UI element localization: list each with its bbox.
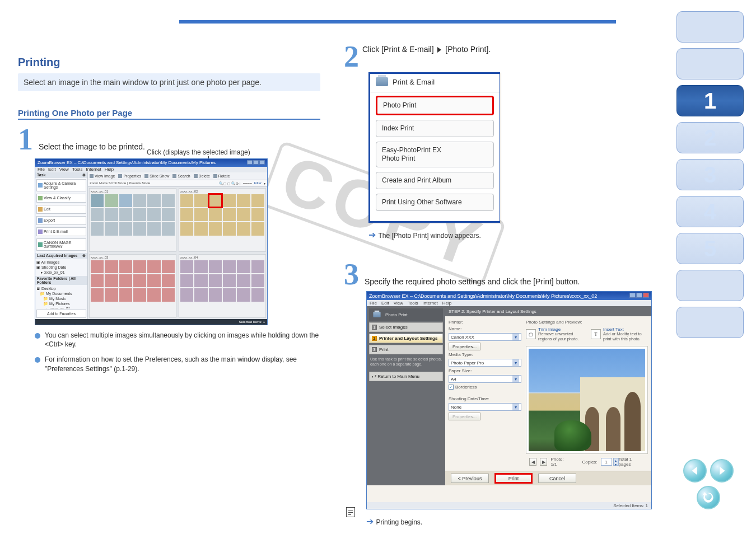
step-3-result: ➔ Printing begins. [366,516,657,527]
chapter-tab-2[interactable]: 2 [676,122,744,153]
pr-statusbar: Selected Items: 1 [367,502,651,509]
menu-file[interactable]: File [38,167,45,172]
menu-index-print[interactable]: Index Print [376,120,494,137]
printer-icon [376,77,388,86]
prev-page-button[interactable] [683,459,707,483]
task-header: Task [37,173,45,177]
preview-header: Photo Settings and Preview: [526,320,648,325]
zoombrowser-screenshot: ZoomBrowser EX – C:\Documents and Settin… [35,158,268,325]
media-label: Media Type: [449,352,521,357]
menu-help[interactable]: Help [105,167,114,172]
task-edit[interactable]: Edit [36,205,86,214]
selected-thumbnail[interactable] [209,194,222,207]
printer-label: Printer: [449,320,521,325]
paper-size-select[interactable]: A4▾ [449,375,521,383]
window-controls[interactable] [246,160,265,166]
chapter-tab-blank[interactable]: . [676,307,744,338]
shoot-date-select[interactable]: None▾ [449,403,521,411]
chapter-tab-4[interactable]: 4 [676,196,744,227]
chapter-tab-1[interactable]: 1 [676,85,744,116]
zb-statusbar: Selected Items: 1 [35,319,267,325]
step-2: 2 Click [Print & E-mail] [Photo Print]. [344,45,657,69]
add-fav-button[interactable]: Add to Favorites [36,310,86,318]
pr-step-1[interactable]: 1Select Images [369,322,443,332]
menu-album[interactable]: Create and Print Album [376,172,494,189]
step-3-number: 3 [344,263,359,287]
step-2-number: 2 [344,45,359,69]
previous-button[interactable]: < Previous [451,474,489,483]
return-main-menu-button[interactable]: ⮐ Return to Main Menu [369,372,443,381]
shoot-label: Shooting Date/Time: [449,396,521,401]
chapter-tab-blank[interactable]: . [676,270,744,301]
fav-header[interactable]: Favorite Folders | All Folders [37,277,86,284]
insert-text-tool[interactable]: T Insert TextAdd or Modify text to print… [591,327,648,341]
menu-header: Print & Email [393,78,435,86]
zb-browse-area[interactable]: xxxx_xx_01 xxxx_xx_02 xxxx_xx_03 xxxx_xx… [88,187,267,319]
right-column: 2 Click [Print & E-mail] [Photo Print]. … [344,45,657,527]
tip-bullet: For information on how to set the Prefer… [35,355,320,374]
next-photo-button[interactable]: ▶ [540,458,547,466]
left-column: Printing Select an image in the main win… [18,56,320,374]
zb-titlebar: ZoomBrowser EX – C:\Documents and Settin… [35,159,267,167]
task-cig[interactable]: CANON iMAGE GATEWAY [36,238,86,251]
pr-title: ZoomBrowser EX – C:\Documents and Settin… [369,293,597,299]
task-view[interactable]: View & Classify [36,194,86,203]
copies-spinner[interactable]: 1 ▴▾ [601,458,619,466]
task-export[interactable]: Export [36,216,86,225]
menu-other-sw[interactable]: Print Using Other Software [376,194,494,211]
task-print[interactable]: Print & E-mail [36,227,86,236]
pr-footer: < Previous Print Cancel [445,471,651,485]
menu-photo-print[interactable]: Photo Print [376,96,494,115]
bullet-icon [35,333,40,339]
media-type-select[interactable]: Photo Paper Pro▾ [449,359,521,367]
zb-toolbar[interactable]: View Image Properties Slide Show Search … [88,172,267,180]
shoot-properties-button: Properties... [449,413,480,420]
trim-image-icon: ▢ [526,329,536,339]
printer-properties-button[interactable]: Properties... [449,343,480,350]
borderless-checkbox[interactable]: ✓Borderless [449,385,521,390]
menu-internet[interactable]: Internet [86,167,101,172]
zb-menubar[interactable]: File Edit View Tools Internet Help [35,167,267,172]
section-intro: Select an image in the main window to pr… [18,73,320,91]
pr-steps-pane: Photo Print 1Select Images 2Printer and … [367,306,445,485]
zb-mode-bar[interactable]: Zoom Mode Scroll Mode | Preview Mode 🔍 ◻… [88,180,267,187]
printer-name-select[interactable]: Canon XXX▾ [449,333,521,341]
next-page-button[interactable] [710,459,734,483]
step-2-result: ➔ The [Photo Print] window appears. [368,229,657,240]
pr-menubar[interactable]: FileEditView ToolsInternetHelp [367,300,651,306]
photo-preview [526,346,648,455]
task-acquire[interactable]: Acquire & Camera Settings [36,179,86,191]
trim-image-tool[interactable]: ▢ Trim ImageRemove unwanted regions of y… [526,327,583,341]
menu-tools[interactable]: Tools [72,167,83,172]
step-1-subheading: Printing One Photo per Page [18,108,320,118]
chapter-tab-3[interactable]: 3 [676,159,744,190]
step-3-text: Specify the required photo settings and … [365,277,580,286]
pr-step-3[interactable]: 3Print [369,345,443,354]
preview-pager: ◀ ▶ Photo: 1/1 Copies: 1 ▴▾ Total 1 [526,456,648,467]
chapter-tab-5[interactable]: 5 [676,233,744,264]
arrow-icon [437,47,441,53]
cancel-button[interactable]: Cancel [538,474,576,483]
folders-tree[interactable]: 🖥 Desktop 📁 My Documents 📁 My Music 📁 My… [35,285,87,308]
menu-edit[interactable]: Edit [48,167,56,172]
size-label: Paper Size: [449,368,521,373]
chapter-tabs: . . 1 2 3 4 5 . . [676,11,744,338]
pr-step-2[interactable]: 2Printer and Layout Settings [369,334,443,343]
photo-counter: Photo: 1/1 [550,457,570,467]
step-1-number: 1 [18,128,33,152]
bullet-icon [35,357,40,363]
menu-epp-ex[interactable]: Easy-PhotoPrint EX Photo Print [376,142,494,167]
return-button[interactable] [697,486,720,509]
bullet-text: For information on how to set the Prefer… [45,355,320,374]
pr-step-note: Use this task to print the selected phot… [369,356,443,368]
menu-view[interactable]: View [59,167,69,172]
chapter-tab-blank[interactable]: . [676,48,744,79]
print-button[interactable]: Print [494,473,533,484]
zb-title: ZoomBrowser EX – C:\Documents and Settin… [38,160,216,165]
step-2-text: Click [Print & E-mail] [Photo Print]. [362,45,491,54]
total-pages: Total 1 pages [619,457,645,467]
prev-photo-button[interactable]: ◀ [529,458,536,466]
chapter-tab-blank[interactable]: . [676,11,744,43]
last-acq-tree[interactable]: ▣ All Images ▣ Shooting Date ▸ xxxx_xx_0… [35,259,87,276]
window-controls[interactable] [629,293,649,299]
